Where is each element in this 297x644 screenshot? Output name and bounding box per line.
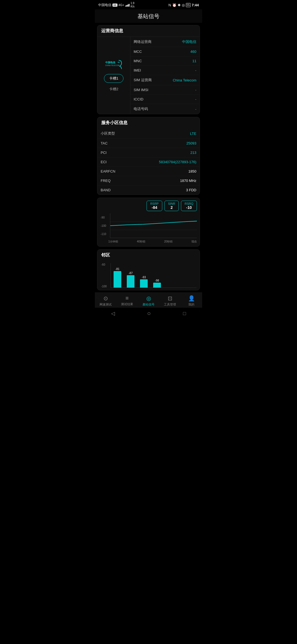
profile-icon: 👤 xyxy=(188,295,195,302)
table-row: ECI 58340784(227893-176) xyxy=(97,157,200,167)
operator-body: 中国电信 CHINA TELECOM 卡槽1 卡槽2 网络运营商 中国电信 MC… xyxy=(97,37,200,114)
cell-rows: 小区类型 LTE TAC 25093 PCI 213 ECI 58340784(… xyxy=(97,129,200,195)
nfc-icon: N xyxy=(168,3,171,7)
row-value: - xyxy=(195,68,196,72)
table-row: ICCID - xyxy=(130,95,200,104)
bar-value: -87 xyxy=(129,272,133,275)
neighbor-card: 邻区 -60 -100 -81 -87 -93 xyxy=(97,249,200,290)
operator-card: 运营商信息 中国电信 CHINA TELECOM 卡槽1 卡槽2 xyxy=(97,25,200,114)
row-label: MNC xyxy=(134,59,142,63)
carrier-name: 中国电信 xyxy=(98,3,111,7)
y-label: -90 xyxy=(101,216,106,219)
row-value: 3 FDD xyxy=(186,188,196,192)
x-label: 40秒前 xyxy=(137,240,145,244)
bar-group: -98 xyxy=(153,279,161,288)
nav-item-base-station[interactable]: ◎ 基站信号 xyxy=(138,295,159,307)
row-label: BAND xyxy=(101,188,111,192)
bar-value: -98 xyxy=(155,279,159,282)
row-value: 460 xyxy=(190,50,196,54)
row-label: 电话号码 xyxy=(134,107,148,111)
x-label: 现在 xyxy=(191,240,197,244)
row-label: MCC xyxy=(134,50,142,54)
row-value: 1870 MHz xyxy=(180,179,196,183)
test-results-icon: ≡ xyxy=(125,295,129,301)
y-label: -100 xyxy=(101,285,107,288)
row-value: 1850 xyxy=(188,169,196,173)
status-left: 中国电信 HD 4G+ 1.9 K/s xyxy=(98,2,134,8)
sim-slot-2[interactable]: 卡槽2 xyxy=(109,87,118,92)
table-row: TAC 25093 xyxy=(97,139,200,148)
signal-bars xyxy=(125,3,130,7)
nav-item-test-results[interactable]: ≡ 测试结果 xyxy=(116,295,138,307)
row-label: TAC xyxy=(101,141,108,145)
nav-item-tools[interactable]: ⊡ 工具管理 xyxy=(159,295,181,307)
bar-value: -81 xyxy=(116,268,119,271)
table-row: 电话号码 - xyxy=(130,104,200,114)
time: 7:44 xyxy=(192,3,199,7)
speed-indicator: 1.9 K/s xyxy=(131,2,134,8)
table-row: SIM 运营商 China Telecom xyxy=(130,75,200,85)
table-row: EARFCN 1850 xyxy=(97,167,200,176)
row-label: FREQ xyxy=(101,179,111,183)
service-cell-card: 服务小区信息 小区类型 LTE TAC 25093 PCI 213 ECI 58… xyxy=(97,117,200,195)
svg-text:CHINA TELECOM: CHINA TELECOM xyxy=(105,64,119,66)
row-label: SIM 运营商 xyxy=(134,78,152,83)
row-value: - xyxy=(195,107,196,111)
sinr-badge[interactable]: SINR 2 xyxy=(164,201,179,211)
row-value: 11 xyxy=(193,59,196,63)
rsrq-label: RSRQ xyxy=(185,202,193,205)
service-cell-header: 服务小区信息 xyxy=(97,117,200,129)
row-label: ECI xyxy=(101,160,107,164)
hd-badge: HD xyxy=(112,4,117,7)
base-station-icon: ◎ xyxy=(146,295,151,302)
nav-item-speed-test[interactable]: ⊙ 网速测试 xyxy=(95,295,116,307)
speed-test-icon: ⊙ xyxy=(103,295,108,302)
x-label: 1分钟前 xyxy=(108,240,118,244)
signal-line-svg xyxy=(110,213,197,238)
row-label: 小区类型 xyxy=(101,131,115,136)
sinr-label: SINR xyxy=(168,202,175,205)
operator-logo: 中国电信 CHINA TELECOM xyxy=(104,59,123,70)
rsrp-label: RSRP xyxy=(150,202,159,205)
row-label: EARFCN xyxy=(101,169,115,173)
home-button[interactable]: ○ xyxy=(147,310,151,317)
operator-right: 网络运营商 中国电信 MCC 460 MNC 11 IMEI - SIM 运营商 xyxy=(130,37,200,114)
table-row: BAND 3 FDD xyxy=(97,185,200,195)
row-value: China Telecom xyxy=(173,78,196,82)
row-label: ICCID xyxy=(134,97,143,101)
table-row: MNC 11 xyxy=(130,56,200,66)
neighbor-chart-area: -60 -100 -81 -87 -93 xyxy=(97,261,200,290)
table-row: FREQ 1870 MHz xyxy=(97,176,200,185)
signal-badges: RSRP -84 SINR 2 RSRQ -10 xyxy=(100,201,197,211)
nav-label: 我的 xyxy=(188,302,194,307)
table-row: MCC 460 xyxy=(130,47,200,56)
rsrq-value: -10 xyxy=(185,205,193,210)
bar xyxy=(114,271,121,288)
nav-label: 基站信号 xyxy=(142,302,155,307)
back-button[interactable]: ◁ xyxy=(111,310,115,316)
table-row: 小区类型 LTE xyxy=(97,129,200,139)
operator-left: 中国电信 CHINA TELECOM 卡槽1 卡槽2 xyxy=(97,37,130,114)
rsrp-badge[interactable]: RSRP -84 xyxy=(147,201,162,211)
table-row: IMEI - xyxy=(130,66,200,75)
network-type: 4G+ xyxy=(119,3,124,7)
row-value: 中国电信 xyxy=(182,39,196,44)
row-value: 25093 xyxy=(186,141,196,145)
status-right: N ⏰ ✱ ◎ 55 7:44 xyxy=(168,3,199,7)
row-value: 213 xyxy=(190,151,196,155)
page-title: 基站信号 xyxy=(95,9,202,23)
nav-item-profile[interactable]: 👤 我的 xyxy=(181,295,202,307)
row-label: IMEI xyxy=(134,68,141,72)
table-row: PCI 213 xyxy=(97,148,200,157)
main-content: 运营商信息 中国电信 CHINA TELECOM 卡槽1 卡槽2 xyxy=(95,23,202,293)
bluetooth-icon: ✱ xyxy=(178,3,181,7)
battery-indicator: 55 xyxy=(186,3,191,7)
row-value: 58340784(227893-176) xyxy=(159,160,196,164)
sim-slot-1[interactable]: 卡槽1 xyxy=(104,74,123,83)
nav-label: 工具管理 xyxy=(164,302,176,307)
operator-card-header: 运营商信息 xyxy=(97,25,200,37)
recent-button[interactable]: □ xyxy=(183,311,186,316)
rsrq-badge[interactable]: RSRQ -10 xyxy=(181,201,197,211)
row-value: - xyxy=(195,97,196,101)
bar-group: -87 xyxy=(127,272,134,288)
